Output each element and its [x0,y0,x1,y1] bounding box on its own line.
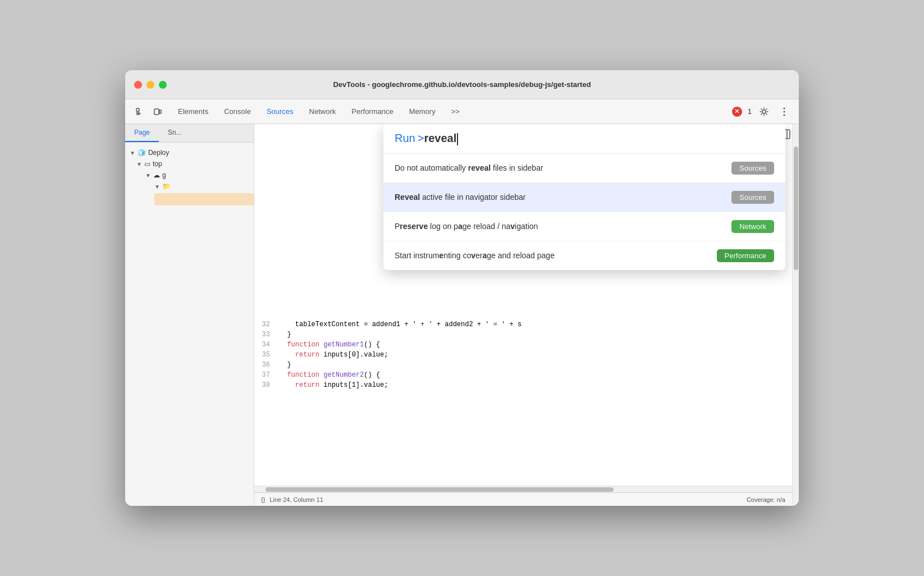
error-badge: ✕ [732,107,742,117]
code-area: Run >reveal Do not automatically reveal … [254,124,792,506]
command-cursor [457,133,458,145]
devtools-window: DevTools - googlechrome.github.io/devtoo… [125,70,799,506]
item4-h2: v [471,251,475,260]
tree-item-deploy[interactable]: ▼ 🧊 Deploy [125,147,254,158]
code-content: 32 tableTextContent = addend1 + ' + ' + … [254,315,792,486]
status-bar: {} Line 24, Column 11 Coverage: n/a [254,492,792,506]
command-input-row: Run >reveal [383,124,785,154]
svg-point-9 [784,114,785,116]
command-item-text-3: Preserve log on page reload / navigation [395,222,538,231]
tab-memory[interactable]: Memory [401,104,443,119]
line-text: } [279,330,792,340]
command-item-1[interactable]: Do not automatically reveal files in sid… [383,154,785,183]
active-file-highlight [154,193,254,205]
line-number: 34 [254,340,279,350]
tree-arrow: ▼ [154,184,160,190]
traffic-lights [134,81,167,89]
devtools-toolbar: Elements Console Sources Network Perform… [125,99,799,124]
tree-arrow: ▼ [130,150,135,156]
line-text: function getNumber1() { [279,340,792,350]
line-number: 32 [254,319,279,330]
scrollbar-thumb-v[interactable] [794,147,798,270]
code-line-34: 34 function getNumber1() { [254,340,792,350]
window-title: DevTools - googlechrome.github.io/devtoo… [333,80,591,89]
folder-icon: 📁 [162,182,171,190]
tab-console[interactable]: Console [216,104,259,119]
more-icon[interactable] [776,104,792,120]
device-icon[interactable] [150,104,166,120]
line-text: return inputs[1].value; [279,380,792,390]
titlebar: DevTools - googlechrome.github.io/devtoo… [125,70,799,99]
line-number: 35 [254,350,279,360]
item3-h1: reserve [400,222,428,231]
command-prefix: Run [395,132,415,145]
item4-h1: e [439,251,443,260]
tree-label: g [162,171,166,179]
sidebar: Page Sn... ▼ 🧊 Deploy ▼ ▭ top ▼ ☁ g [125,124,254,506]
tab-elements[interactable]: Elements [170,104,216,119]
line-text: function getNumber2() { [279,370,792,380]
tree-arrow: ▼ [145,172,151,179]
tree-item-g[interactable]: ▼ ☁ g [125,170,254,181]
command-item-3[interactable]: Preserve log on page reload / navigation… [383,212,785,241]
item4-h3: a [482,251,487,260]
vertical-scrollbar[interactable] [792,124,799,506]
tree-arrow: ▼ [136,161,142,167]
line-text: return inputs[0].value; [279,350,792,360]
svg-rect-0 [136,108,139,111]
svg-rect-5 [159,110,161,113]
cube-icon: 🧊 [138,149,146,157]
item3-h3: v [510,222,515,231]
inspect-icon[interactable] [132,104,148,120]
item3-tag[interactable]: Network [731,220,774,233]
sidebar-tabs: Page Sn... [125,124,254,143]
horizontal-scrollbar[interactable] [254,486,792,492]
command-item-2[interactable]: Reveal active file in navigator sidebar … [383,183,785,212]
close-button[interactable] [134,81,142,89]
minimize-button[interactable] [147,81,154,89]
line-text: tableTextContent = addend1 + ' + ' + add… [279,319,792,330]
tree-item-top[interactable]: ▼ ▭ top [125,158,254,170]
svg-point-7 [784,107,785,109]
command-item-text-4: Start instrumenting coverage and reload … [395,251,555,260]
command-query[interactable]: >reveal [418,132,459,145]
scrollbar-thumb-h[interactable] [266,487,614,492]
item2-tag[interactable]: Sources [731,191,774,204]
command-gt: > [418,132,424,144]
line-text: } [279,360,792,370]
tab-network[interactable]: Network [301,104,344,119]
settings-icon[interactable] [756,104,772,120]
command-item-4[interactable]: Start instrumenting coverage and reload … [383,241,785,270]
command-typed: reveal [424,132,456,144]
cursor-position: Line 24, Column 11 [269,496,323,503]
line-number: 37 [254,370,279,380]
tree-label: top [153,160,162,168]
sidebar-tab-snippets[interactable]: Sn... [159,124,191,142]
item4-tag[interactable]: Performance [717,249,774,262]
line-number: 36 [254,360,279,370]
sidebar-tab-page[interactable]: Page [125,124,159,142]
code-line-37: 37 function getNumber2() { [254,370,792,380]
toolbar-right: ✕ 1 [732,104,792,120]
maximize-button[interactable] [159,81,167,89]
tab-performance[interactable]: Performance [344,104,401,119]
item1-tag[interactable]: Sources [731,162,774,175]
code-line-36: 36 } [254,360,792,370]
frame-icon: ▭ [144,160,150,168]
coverage-status: Coverage: n/a [747,496,785,503]
tab-bar: Elements Console Sources Network Perform… [170,104,468,119]
code-line-38: 38 return inputs[1].value; [254,380,792,390]
tab-more[interactable]: >> [443,104,468,119]
item2-highlight: Reveal [395,193,420,202]
sidebar-tree: ▼ 🧊 Deploy ▼ ▭ top ▼ ☁ g ▼ 📁 [125,143,254,506]
code-line-35: 35 return inputs[0].value; [254,350,792,360]
format-icon[interactable]: {} [261,496,265,503]
main-area: Page Sn... ▼ 🧊 Deploy ▼ ▭ top ▼ ☁ g [125,124,799,506]
svg-point-8 [784,111,785,112]
tree-item-folder[interactable]: ▼ 📁 [125,181,254,192]
tab-sources[interactable]: Sources [259,104,301,119]
svg-rect-4 [154,109,159,115]
command-item-text-1: Do not automatically reveal files in sid… [395,163,543,172]
line-number: 33 [254,330,279,340]
code-line-33: 33 } [254,330,792,340]
